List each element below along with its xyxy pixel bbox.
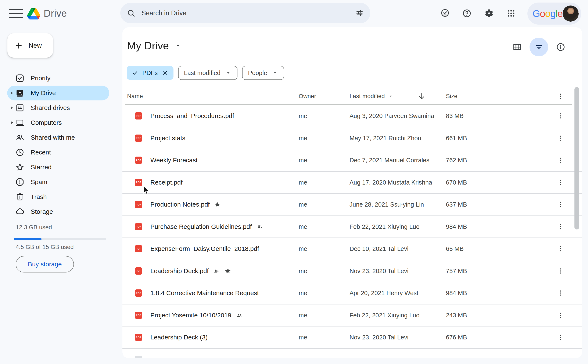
sidebar-item-trash[interactable]: Trash	[7, 189, 109, 204]
sort-direction-arrow-icon[interactable]	[417, 92, 426, 101]
column-header-last-modified[interactable]: Last modified	[349, 93, 394, 100]
avatar[interactable]	[562, 6, 579, 22]
row-more-options-icon[interactable]	[554, 309, 567, 322]
table-row[interactable]: PDFProject Yosemite 10/10/2019meFeb 22, …	[123, 305, 582, 327]
mouse-cursor	[142, 186, 151, 195]
file-name: Process_and_Procedures.pdf	[150, 112, 234, 119]
search-input[interactable]	[142, 9, 355, 17]
file-name: Project stats	[150, 135, 185, 142]
sidebar-item-label: Spam	[31, 178, 47, 186]
row-more-options-icon[interactable]	[554, 265, 567, 277]
file-last-modified: May 17, 2021 Ruichi Zhou	[349, 135, 421, 142]
close-icon[interactable]	[162, 70, 168, 76]
table-row[interactable]: PDFReceipt.pdfmeAug 17, 2020 Mustafa Kri…	[123, 172, 582, 194]
info-icon[interactable]	[551, 38, 570, 56]
sidebar-item-starred[interactable]: Starred	[7, 160, 109, 175]
pdf-file-icon: PDF	[135, 112, 142, 119]
search-icon	[127, 9, 136, 18]
row-more-options-icon[interactable]	[554, 110, 567, 122]
file-size: 83 MB	[446, 112, 464, 119]
spam-icon	[15, 177, 25, 187]
file-size: 243 MB	[446, 312, 467, 319]
grid-view-toggle-icon[interactable]	[508, 38, 526, 56]
table-row[interactable]: PDFLeadership Deck (3)meNov 23, 2020 Tal…	[123, 326, 582, 349]
expand-caret-icon[interactable]	[9, 120, 15, 125]
buy-storage-label: Buy storage	[28, 261, 62, 268]
sidebar-item-label: My Drive	[31, 89, 56, 97]
expand-caret-icon[interactable]	[9, 105, 15, 110]
row-more-options-icon[interactable]	[554, 198, 567, 211]
row-more-options-icon[interactable]	[554, 154, 567, 167]
search-options-icon[interactable]	[355, 9, 364, 18]
sidebar-item-shared-with-me[interactable]: Shared with me	[7, 130, 109, 145]
scrollbar-thumb[interactable]	[575, 87, 579, 229]
row-more-options-icon[interactable]	[554, 287, 567, 299]
sidebar-item-label: Shared with me	[31, 134, 75, 141]
search-bar[interactable]	[120, 3, 370, 23]
file-size: 637 MB	[446, 201, 467, 208]
new-button[interactable]: New	[7, 33, 53, 58]
google-apps-grid-icon[interactable]	[502, 4, 520, 22]
chevron-down-icon	[388, 93, 394, 99]
row-more-options-icon[interactable]	[554, 331, 567, 344]
chip-last-modified[interactable]: Last modified	[178, 66, 238, 80]
file-owner: me	[299, 223, 307, 230]
sidebar-item-recent[interactable]: Recent	[7, 145, 109, 160]
priority-icon	[15, 73, 25, 83]
table-row[interactable]: PDFPurchase Regulation Guidelines.pdfmeF…	[123, 216, 582, 238]
pdf-file-icon: PDF	[135, 156, 142, 164]
table-row[interactable]: PDF1.8.4 Corrective Maintenance Requestm…	[123, 282, 582, 305]
table-row[interactable]: PDFExpenseForm_Daisy.Gentile_2018.pdfmeD…	[123, 238, 582, 260]
settings-gear-icon[interactable]	[480, 4, 498, 22]
header-more-options-icon[interactable]	[557, 92, 564, 100]
file-last-modified: June 28, 2021 Ssu-ying Lin	[349, 201, 424, 208]
filter-chip-row: PDFs Last modified People	[127, 66, 284, 80]
file-size: 676 MB	[446, 334, 467, 341]
shared-with-me-icon	[15, 133, 25, 142]
column-header-name[interactable]: Name	[127, 93, 143, 100]
main-menu-button[interactable]	[9, 8, 23, 18]
my-drive-icon	[15, 88, 25, 98]
my-drive-dropdown-caret[interactable]	[174, 42, 181, 49]
chip-pdfs[interactable]: PDFs	[127, 66, 174, 80]
sidebar-item-computers[interactable]: Computers	[7, 115, 109, 130]
help-icon[interactable]	[458, 4, 476, 22]
table-row[interactable]: PDFLeadership Deck.pdfmeNov 23, 2020 Tal…	[123, 260, 582, 282]
sidebar-item-label: Shared drives	[31, 104, 70, 111]
chip-people[interactable]: People	[242, 66, 284, 80]
shared-people-icon	[236, 312, 243, 319]
sidebar-item-my-drive[interactable]: My Drive	[7, 86, 109, 100]
offline-status-icon[interactable]	[436, 4, 454, 22]
pdf-file-icon: PDF	[135, 334, 142, 341]
table-row[interactable]: PDFProduction Notes.pdfmeJune 28, 2021 S…	[123, 194, 582, 216]
sidebar-item-storage[interactable]: Storage	[7, 204, 109, 219]
row-more-options-icon[interactable]	[554, 132, 567, 144]
filter-active-button[interactable]	[530, 38, 548, 56]
column-header-size[interactable]: Size	[446, 93, 457, 100]
table-row[interactable]: PDFWeekly ForecastmeDec 7, 2021 Manuel C…	[123, 149, 582, 172]
pdf-file-icon: PDF	[135, 267, 142, 275]
buy-storage-button[interactable]: Buy storage	[16, 256, 74, 273]
expand-caret-icon[interactable]	[9, 90, 15, 96]
file-last-modified: Nov 23, 2020 Tal Levi	[349, 334, 408, 341]
sidebar-nav: PriorityMy DriveShared drivesComputersSh…	[0, 71, 123, 219]
table-row[interactable]: PDFProcess_and_Procedures.pdfmeAug 3, 20…	[123, 105, 582, 127]
chevron-down-icon	[272, 70, 278, 76]
chip-people-label: People	[248, 70, 267, 77]
column-header-owner[interactable]: Owner	[299, 93, 316, 100]
star-filled-icon	[214, 201, 221, 208]
star-filled-icon	[225, 268, 232, 274]
sidebar-item-priority[interactable]: Priority	[7, 71, 109, 86]
row-more-options-icon[interactable]	[554, 176, 567, 189]
file-name: Leadership Deck.pdf	[150, 267, 209, 275]
sidebar-item-shared-drives[interactable]: Shared drives	[7, 100, 109, 115]
row-more-options-icon[interactable]	[554, 220, 567, 233]
account-pill[interactable]: Google	[527, 3, 581, 25]
file-size: 670 MB	[446, 179, 467, 186]
row-more-options-icon[interactable]	[554, 242, 567, 255]
sidebar-item-spam[interactable]: Spam	[7, 175, 109, 189]
table-row[interactable]: PDFProject statsmeMay 17, 2021 Ruichi Zh…	[123, 127, 582, 150]
file-last-modified: Dec 7, 2021 Manuel Corrales	[349, 157, 429, 164]
file-name: ExpenseForm_Daisy.Gentile_2018.pdf	[150, 245, 259, 252]
file-size: 984 MB	[446, 223, 467, 230]
